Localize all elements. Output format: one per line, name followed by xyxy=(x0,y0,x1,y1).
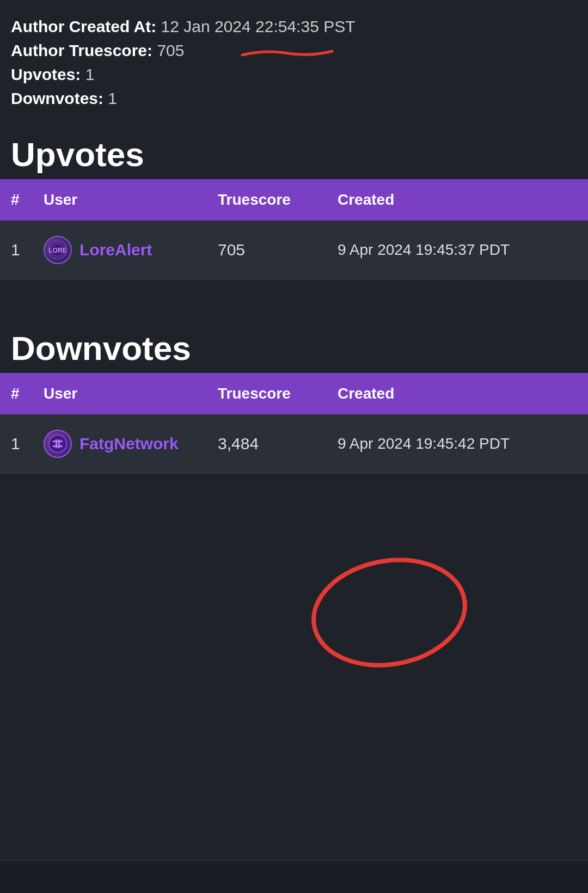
svg-rect-8 xyxy=(53,445,63,447)
author-created-at-row: Author Created At: 12 Jan 2024 22:54:35 … xyxy=(11,17,577,36)
downvotes-row: Downvotes: 1 xyxy=(11,89,577,108)
red-underline-annotation xyxy=(240,47,338,58)
red-circle-annotation xyxy=(305,550,474,675)
author-created-at-label: Author Created At: xyxy=(11,17,156,35)
svg-point-4 xyxy=(49,435,66,452)
meta-section: Author Created At: 12 Jan 2024 22:54:35 … xyxy=(0,0,588,124)
author-truescore-value: 705 xyxy=(157,41,184,59)
svg-rect-7 xyxy=(53,441,63,442)
upvotes-row-1-truescore: 705 xyxy=(218,241,338,259)
upvotes-row-1-user: LORE LoreAlert xyxy=(44,236,218,264)
downvotes-row-1-created: 9 Apr 2024 19:45:42 PDT xyxy=(338,435,577,452)
downvotes-table-header: # User Truescore Created xyxy=(0,373,588,414)
upvotes-section-title: Upvotes xyxy=(0,124,588,179)
downvotes-col-num: # xyxy=(11,385,44,402)
upvotes-row-1: 1 LORE LoreAlert 705 9 Apr 2024 19:45:37… xyxy=(0,221,588,280)
downvotes-col-created: Created xyxy=(338,385,577,402)
upvotes-row-1-num: 1 xyxy=(11,241,44,259)
author-truescore-label: Author Truescore: xyxy=(11,41,152,59)
lorealert-username[interactable]: LoreAlert xyxy=(79,241,152,259)
upvotes-col-num: # xyxy=(11,191,44,209)
svg-point-0 xyxy=(305,550,474,675)
upvotes-row: Upvotes: 1 xyxy=(11,65,577,84)
fatgnetwork-username[interactable]: FatgNetwork xyxy=(79,435,179,453)
downvotes-section-title: Downvotes xyxy=(0,318,588,373)
upvotes-col-truescore: Truescore xyxy=(218,191,338,209)
downvotes-value: 1 xyxy=(108,89,117,107)
downvotes-col-truescore: Truescore xyxy=(218,385,338,402)
fatgnetwork-avatar xyxy=(44,430,72,458)
downvotes-label: Downvotes: xyxy=(11,89,103,107)
upvotes-value: 1 xyxy=(85,65,95,83)
downvotes-table: # User Truescore Created 1 FatgNetwork xyxy=(0,373,588,474)
downvotes-col-user: User xyxy=(44,385,218,402)
upvotes-table-header: # User Truescore Created xyxy=(0,179,588,221)
upvotes-row-1-created: 9 Apr 2024 19:45:37 PDT xyxy=(338,241,577,259)
upvotes-col-user: User xyxy=(44,191,218,209)
bottom-bar xyxy=(0,860,588,893)
lorealert-avatar: LORE xyxy=(44,236,72,264)
upvotes-label: Upvotes: xyxy=(11,65,81,83)
author-created-at-value: 12 Jan 2024 22:54:35 PST xyxy=(161,17,356,35)
downvotes-row-1-user: FatgNetwork xyxy=(44,430,218,458)
downvotes-row-1: 1 FatgNetwork 3,484 9 Apr 2024 19:45:42 … xyxy=(0,414,588,474)
upvotes-col-created: Created xyxy=(338,191,577,209)
downvotes-row-1-truescore: 3,484 xyxy=(218,435,338,453)
downvotes-row-1-num: 1 xyxy=(11,435,44,453)
upvotes-table: # User Truescore Created 1 LORE LoreAler… xyxy=(0,179,588,280)
